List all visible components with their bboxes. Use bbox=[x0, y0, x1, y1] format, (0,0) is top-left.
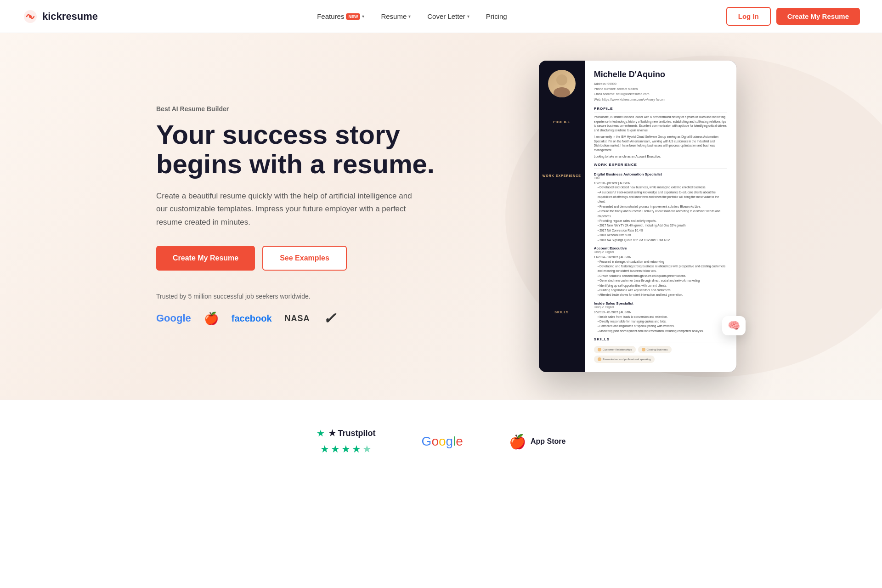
resume-profile-section: Profile bbox=[594, 107, 727, 113]
resume-name: Michelle D'Aquino bbox=[594, 70, 727, 79]
hero-left: Best AI Resume Builder Your success stor… bbox=[156, 105, 469, 328]
hero-right: PROFILE WORK EXPERIENCE SKILLS Michelle … bbox=[497, 61, 736, 372]
resume-skills-list: Customer Relationships Closing Business … bbox=[594, 346, 727, 363]
appstore-proof: 🍎 App Store bbox=[509, 434, 565, 450]
ai-badge: 🧠 bbox=[722, 316, 746, 335]
hero-subtitle: Create a beautiful resume quickly with t… bbox=[156, 190, 423, 230]
hero-section: Best AI Resume Builder Your success stor… bbox=[0, 33, 882, 400]
google-proof: Google bbox=[422, 434, 463, 449]
logo-text: kickresume bbox=[42, 11, 98, 23]
social-proof-section: ★ ★ Trustpilot ★ ★ ★ ★ ★ Google 🍎 App St… bbox=[0, 400, 882, 483]
nasa-logo: NASA bbox=[285, 314, 310, 323]
svg-point-2 bbox=[554, 87, 570, 97]
resume-main: Michelle D'Aquino Address: 99999 Phone n… bbox=[585, 61, 736, 372]
skill-dot-icon bbox=[642, 348, 645, 351]
skill-item: Presentation and professional speaking bbox=[594, 356, 655, 363]
avatar-image bbox=[548, 70, 576, 97]
svg-point-0 bbox=[29, 15, 32, 18]
resume-preview: PROFILE WORK EXPERIENCE SKILLS Michelle … bbox=[539, 61, 736, 372]
nav-features[interactable]: Features NEW ▾ bbox=[311, 9, 371, 24]
nav-pricing[interactable]: Pricing bbox=[480, 9, 514, 24]
apple-logo-icon: 🍎 bbox=[509, 434, 526, 450]
see-examples-button[interactable]: See Examples bbox=[262, 246, 347, 271]
google-colored-logo: Google bbox=[422, 434, 463, 449]
resume-work-section: Work Experience bbox=[594, 163, 727, 169]
logo-icon bbox=[22, 8, 39, 25]
star-icon: ★ bbox=[341, 443, 351, 455]
hero-content: Best AI Resume Builder Your success stor… bbox=[119, 33, 763, 400]
hero-trust-text: Trusted by 5 million successful job seek… bbox=[156, 293, 469, 300]
star-icon: ★ bbox=[352, 443, 361, 455]
skill-dot-icon bbox=[598, 348, 601, 351]
google-logo: Google bbox=[156, 312, 191, 324]
sidebar-work-label: WORK EXPERIENCE bbox=[543, 174, 581, 177]
hero-cta-group: Create My Resume See Examples bbox=[156, 246, 469, 271]
nav-links: Features NEW ▾ Resume ▾ Cover Letter ▾ P… bbox=[311, 9, 513, 24]
nav-actions: Log In Create My Resume bbox=[726, 7, 860, 26]
logo-link[interactable]: kickresume bbox=[22, 8, 98, 25]
skill-dot-icon bbox=[598, 357, 601, 361]
apple-logo: 🍎 bbox=[204, 311, 219, 326]
chevron-down-icon: ▾ bbox=[362, 14, 364, 19]
star-icon: ★ bbox=[331, 443, 340, 455]
skill-item: Customer Relationships bbox=[594, 346, 636, 353]
resume-skills-section: Skills bbox=[594, 337, 727, 343]
facebook-logo: facebook bbox=[232, 313, 272, 324]
appstore-label: App Store bbox=[531, 437, 565, 446]
star-rating: ★ ★ ★ ★ ★ bbox=[320, 443, 372, 455]
trust-logos: Google 🍎 facebook NASA ✓ bbox=[156, 309, 469, 328]
resume-sidebar: PROFILE WORK EXPERIENCE SKILLS bbox=[539, 61, 585, 372]
login-button[interactable]: Log In bbox=[726, 7, 771, 26]
resume-contact: Address: 99999 Phone number: contact hid… bbox=[594, 81, 727, 102]
star-icon: ★ bbox=[362, 443, 372, 455]
hero-title: Your success story begins with a resume. bbox=[156, 120, 469, 179]
sidebar-skills-label: SKILLS bbox=[554, 311, 569, 314]
brain-icon: 🧠 bbox=[728, 320, 740, 332]
create-resume-button-nav[interactable]: Create My Resume bbox=[776, 8, 860, 25]
trustpilot-label: ★ Trustpilot bbox=[328, 428, 376, 438]
svg-point-1 bbox=[556, 74, 567, 85]
navbar: kickresume Features NEW ▾ Resume ▾ Cover… bbox=[0, 0, 882, 33]
trustpilot-proof: ★ ★ Trustpilot ★ ★ ★ ★ ★ bbox=[317, 428, 376, 455]
sidebar-profile-label: PROFILE bbox=[553, 120, 570, 124]
nike-logo: ✓ bbox=[323, 309, 336, 328]
chevron-down-icon: ▾ bbox=[408, 14, 411, 19]
chevron-down-icon: ▾ bbox=[467, 14, 469, 19]
new-badge: NEW bbox=[346, 13, 360, 20]
create-resume-button-hero[interactable]: Create My Resume bbox=[156, 246, 255, 271]
hero-eyebrow: Best AI Resume Builder bbox=[156, 105, 469, 113]
avatar bbox=[548, 70, 576, 97]
skill-item: Closing Business bbox=[638, 346, 672, 353]
nav-cover-letter[interactable]: Cover Letter ▾ bbox=[421, 9, 476, 24]
nav-resume[interactable]: Resume ▾ bbox=[374, 9, 417, 24]
trustpilot-star-icon: ★ bbox=[317, 428, 325, 439]
star-icon: ★ bbox=[320, 443, 329, 455]
